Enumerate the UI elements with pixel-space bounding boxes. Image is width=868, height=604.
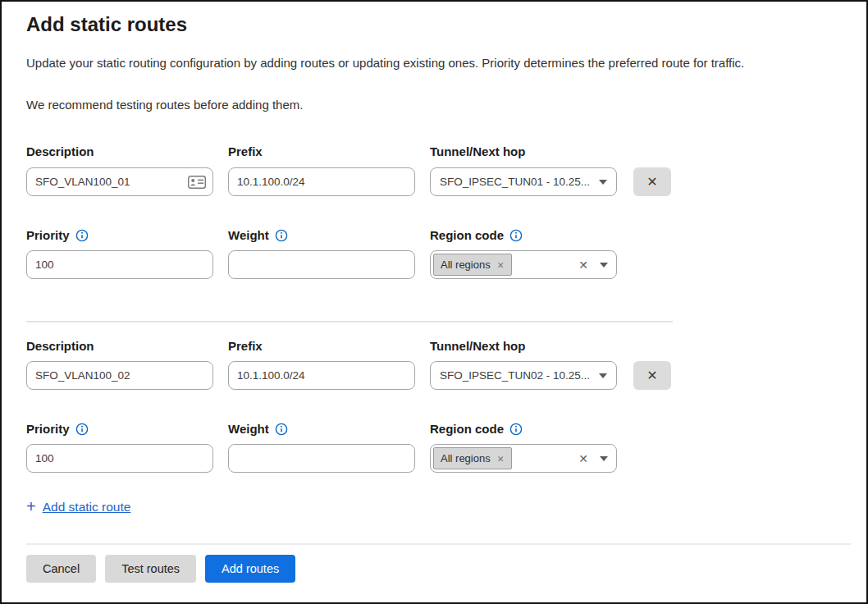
priority-input[interactable] [26, 250, 213, 279]
route2-input-row: SFO_IPSEC_TUN02 - 10.25... ✕ [26, 361, 671, 390]
tunnel-label: Tunnel/Next hop [430, 339, 525, 353]
info-icon[interactable] [509, 229, 523, 242]
intro-text: Update your static routing configuration… [26, 56, 847, 70]
description-label: Description [26, 339, 94, 353]
description-input[interactable] [26, 361, 213, 390]
footer-divider [26, 543, 851, 545]
region-label: Region code [430, 228, 523, 242]
remove-route-button[interactable]: ✕ [633, 167, 671, 196]
info-icon[interactable] [75, 423, 89, 436]
prefix-input[interactable] [228, 167, 415, 196]
contact-card-icon[interactable] [188, 176, 206, 189]
chevron-down-icon [599, 180, 607, 185]
close-icon: ✕ [646, 368, 657, 382]
remove-tag-icon[interactable]: ✕ [497, 260, 505, 270]
add-static-route-link[interactable]: + Add static route [26, 497, 130, 516]
priority-label: Priority [26, 228, 89, 242]
prefix-label: Prefix [228, 339, 263, 353]
info-icon[interactable] [509, 423, 523, 436]
add-static-routes-dialog: Add static routes Update your static rou… [0, 0, 868, 604]
cancel-button[interactable]: Cancel [26, 555, 96, 583]
page-title: Add static routes [26, 13, 187, 36]
remove-tag-icon[interactable]: ✕ [497, 454, 505, 464]
info-icon[interactable] [275, 229, 288, 242]
route-divider [26, 321, 673, 323]
route2-input-row2: All regions ✕ ✕ [26, 444, 617, 473]
region-multiselect[interactable]: All regions ✕ ✕ [430, 250, 617, 279]
route2-label-row2: Priority Weight Region code [26, 422, 617, 437]
route1-input-row: SFO_IPSEC_TUN01 - 10.25... ✕ [26, 167, 671, 196]
tunnel-select-value: SFO_IPSEC_TUN02 - 10.25... [440, 369, 599, 382]
add-static-route-label: Add static route [43, 500, 131, 515]
weight-input[interactable] [228, 444, 415, 473]
region-label: Region code [430, 422, 523, 436]
description-label: Description [26, 144, 94, 158]
route1-label-row: Description Prefix Tunnel/Next hop [26, 144, 617, 159]
clear-selection-icon[interactable]: ✕ [578, 259, 600, 272]
close-icon: ✕ [646, 175, 657, 189]
priority-label: Priority [26, 422, 89, 436]
route2-label-row: Description Prefix Tunnel/Next hop [26, 339, 617, 354]
description-input-wrap [26, 167, 213, 196]
plus-icon: + [26, 497, 36, 516]
add-routes-button[interactable]: Add routes [205, 555, 295, 583]
description-input[interactable] [26, 167, 213, 196]
weight-input[interactable] [228, 250, 415, 279]
tunnel-select-value: SFO_IPSEC_TUN01 - 10.25... [440, 176, 599, 188]
test-routes-button[interactable]: Test routes [105, 555, 196, 583]
chevron-down-icon [599, 373, 607, 378]
weight-label: Weight [228, 228, 288, 242]
info-icon[interactable] [75, 229, 89, 242]
clear-selection-icon[interactable]: ✕ [578, 452, 600, 465]
region-tag-chip: All regions ✕ [433, 254, 512, 276]
note-text: We recommend testing routes before addin… [26, 98, 847, 112]
priority-input[interactable] [26, 444, 213, 473]
tunnel-label: Tunnel/Next hop [430, 144, 525, 158]
region-tag-label: All regions [441, 452, 491, 464]
route1-label-row2: Priority Weight Region code [26, 228, 617, 243]
chevron-down-icon [600, 263, 608, 268]
route1-input-row2: All regions ✕ ✕ [26, 250, 617, 279]
footer-button-bar: Cancel Test routes Add routes [26, 555, 295, 583]
chevron-down-icon [600, 456, 608, 461]
remove-route-button[interactable]: ✕ [633, 361, 671, 390]
region-multiselect[interactable]: All regions ✕ ✕ [430, 444, 617, 473]
region-tag-label: All regions [441, 259, 491, 271]
weight-label: Weight [228, 422, 288, 436]
info-icon[interactable] [275, 423, 288, 436]
prefix-label: Prefix [228, 144, 263, 158]
region-tag-chip: All regions ✕ [433, 447, 512, 469]
tunnel-select[interactable]: SFO_IPSEC_TUN02 - 10.25... [430, 361, 617, 390]
prefix-input[interactable] [228, 361, 415, 390]
tunnel-select[interactable]: SFO_IPSEC_TUN01 - 10.25... [430, 167, 617, 196]
